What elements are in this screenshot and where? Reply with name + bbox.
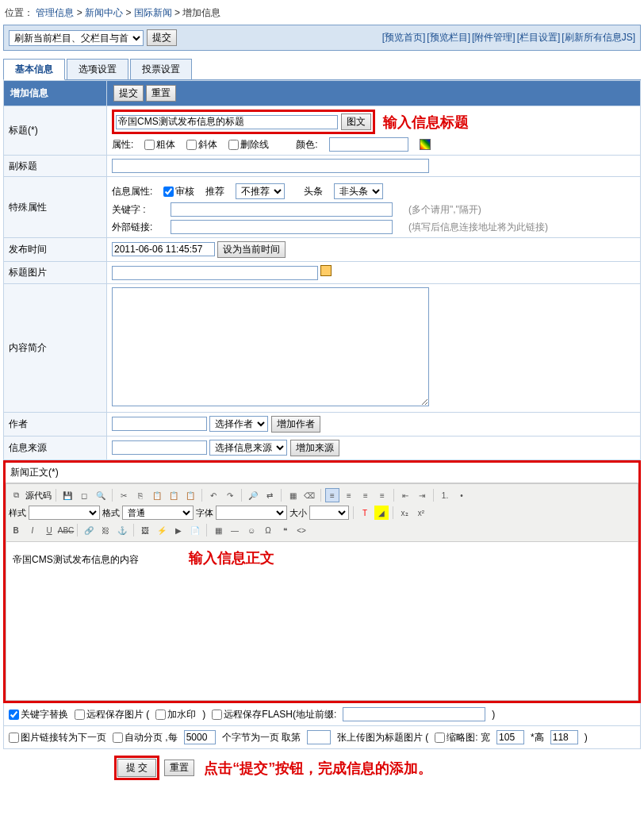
- extlink-input[interactable]: [171, 220, 393, 234]
- keyword-replace-checkbox[interactable]: [9, 710, 19, 720]
- source-icon[interactable]: ⧉: [9, 488, 23, 502]
- auto-page-label[interactable]: 自动分页 ,每: [113, 731, 178, 744]
- add-source-button[interactable]: 增加来源: [290, 440, 339, 456]
- image-icon[interactable]: 🖼: [138, 523, 152, 537]
- superscript-icon[interactable]: x²: [414, 506, 428, 520]
- add-author-button[interactable]: 增加作者: [271, 416, 320, 433]
- refresh-all-js-link[interactable]: [刷新所有信息JS]: [562, 31, 635, 44]
- source-label[interactable]: 源代码: [25, 490, 52, 502]
- save-icon[interactable]: 💾: [60, 488, 75, 502]
- link-icon[interactable]: 🔗: [82, 523, 96, 537]
- anchor-icon[interactable]: ⚓: [115, 523, 129, 537]
- img-link-next-label[interactable]: 图片链接转为下一页: [9, 731, 106, 744]
- replace-icon[interactable]: ⇄: [263, 488, 277, 502]
- strike-checkbox[interactable]: [228, 140, 239, 150]
- remote-img-label[interactable]: 远程保存图片 (: [75, 708, 149, 721]
- preview-column-link[interactable]: [预览栏目]: [427, 31, 470, 44]
- remote-img-checkbox[interactable]: [75, 710, 85, 720]
- strike-checkbox-label[interactable]: 删除线: [228, 138, 269, 152]
- smiley-icon[interactable]: ☺: [244, 523, 259, 537]
- header-reset-button[interactable]: 重置: [146, 85, 176, 102]
- redo-icon[interactable]: ↷: [223, 488, 237, 502]
- preview-icon[interactable]: 🔍: [94, 488, 108, 502]
- subscript-icon[interactable]: x₂: [397, 506, 412, 520]
- undo-icon[interactable]: ↶: [206, 488, 220, 502]
- bottom-submit-button[interactable]: 提 交: [117, 759, 156, 777]
- paste-text-icon[interactable]: 📋: [167, 488, 181, 502]
- set-now-button[interactable]: 设为当前时间: [217, 241, 286, 258]
- pic-text-button[interactable]: 图文: [341, 113, 371, 130]
- strike-icon[interactable]: ABC: [59, 523, 73, 537]
- tab-vote-settings[interactable]: 投票设置: [130, 59, 192, 79]
- headline-select[interactable]: 非头条: [334, 183, 383, 199]
- take-nth-input[interactable]: [307, 730, 331, 744]
- thumb-label[interactable]: 缩略图: 宽: [435, 731, 490, 744]
- bold-checkbox[interactable]: [144, 140, 155, 150]
- style-select[interactable]: [29, 506, 100, 520]
- new-icon[interactable]: ◻: [77, 488, 91, 502]
- author-select[interactable]: 选择作者: [209, 416, 268, 432]
- color-input[interactable]: [329, 137, 408, 152]
- title-input[interactable]: [116, 115, 338, 129]
- bg-color-icon[interactable]: ◢: [374, 506, 389, 520]
- tab-option-settings[interactable]: 选项设置: [67, 59, 128, 79]
- watermark-checkbox[interactable]: [155, 710, 166, 720]
- editor-body[interactable]: 帝国CMS测试发布信息的内容 输入信息正文: [6, 542, 638, 701]
- underline-icon[interactable]: U: [42, 523, 56, 537]
- italic-checkbox-label[interactable]: 斜体: [186, 138, 217, 152]
- tab-basic-info[interactable]: 基本信息: [3, 59, 65, 80]
- subtitle-input[interactable]: [112, 159, 429, 173]
- cut-icon[interactable]: ✂: [117, 488, 131, 502]
- crumb-manage[interactable]: 管理信息: [36, 7, 74, 18]
- file-icon[interactable]: 📄: [188, 523, 202, 537]
- code-icon[interactable]: <>: [294, 523, 309, 537]
- media-icon[interactable]: ▶: [171, 523, 186, 537]
- align-right-icon[interactable]: ≡: [358, 488, 373, 502]
- font-select[interactable]: [216, 506, 287, 520]
- watermark-label[interactable]: 加水印: [155, 708, 196, 721]
- thumb-width-input[interactable]: [496, 730, 524, 744]
- audit-checkbox-label[interactable]: 审核: [163, 185, 194, 198]
- flash-icon[interactable]: ⚡: [155, 523, 169, 537]
- remote-flash-label[interactable]: 远程保存FLASH(地址前缀:: [212, 708, 336, 721]
- header-submit-button[interactable]: 提交: [113, 85, 144, 102]
- quote-icon[interactable]: ❝: [278, 523, 292, 537]
- author-input[interactable]: [112, 417, 207, 431]
- copy-icon[interactable]: ⎘: [133, 488, 148, 502]
- special-char-icon[interactable]: Ω: [261, 523, 275, 537]
- format-select[interactable]: 普通: [122, 506, 194, 520]
- flash-prefix-input[interactable]: [343, 707, 485, 721]
- color-picker-icon[interactable]: [420, 139, 431, 150]
- align-left-icon[interactable]: ≡: [325, 488, 339, 502]
- pubtime-input[interactable]: [112, 242, 215, 256]
- titlepic-input[interactable]: [112, 266, 318, 280]
- ordered-list-icon[interactable]: 1.: [438, 488, 452, 502]
- italic-icon[interactable]: I: [25, 523, 40, 537]
- thumb-height-input[interactable]: [550, 730, 578, 744]
- remove-format-icon[interactable]: ⌫: [302, 488, 316, 502]
- size-select[interactable]: [309, 506, 349, 520]
- keyword-replace-label[interactable]: 关键字替换: [9, 708, 68, 721]
- text-color-icon[interactable]: T: [358, 506, 372, 520]
- unlink-icon[interactable]: ⛓: [98, 523, 113, 537]
- column-settings-link[interactable]: [栏目设置]: [517, 31, 561, 44]
- topbar-submit-button[interactable]: 提交: [147, 29, 177, 46]
- intro-textarea[interactable]: [112, 287, 429, 406]
- image-browse-icon[interactable]: [320, 265, 332, 276]
- hr-icon[interactable]: —: [228, 523, 242, 537]
- find-icon[interactable]: 🔎: [246, 488, 260, 502]
- bottom-reset-button[interactable]: 重置: [164, 760, 194, 776]
- bold-icon[interactable]: B: [9, 523, 23, 537]
- indent-icon[interactable]: ⇥: [415, 488, 429, 502]
- source-select[interactable]: 选择信息来源: [209, 440, 287, 456]
- source-input[interactable]: [112, 440, 207, 455]
- keyword-input[interactable]: [171, 202, 393, 217]
- audit-checkbox[interactable]: [163, 187, 174, 197]
- crumb-news-center[interactable]: 新闻中心: [85, 7, 123, 18]
- align-center-icon[interactable]: ≡: [342, 488, 356, 502]
- auto-page-checkbox[interactable]: [113, 733, 123, 743]
- paste-word-icon[interactable]: 📋: [183, 488, 197, 502]
- select-all-icon[interactable]: ▦: [286, 488, 300, 502]
- unordered-list-icon[interactable]: •: [454, 488, 469, 502]
- remote-flash-checkbox[interactable]: [212, 710, 222, 720]
